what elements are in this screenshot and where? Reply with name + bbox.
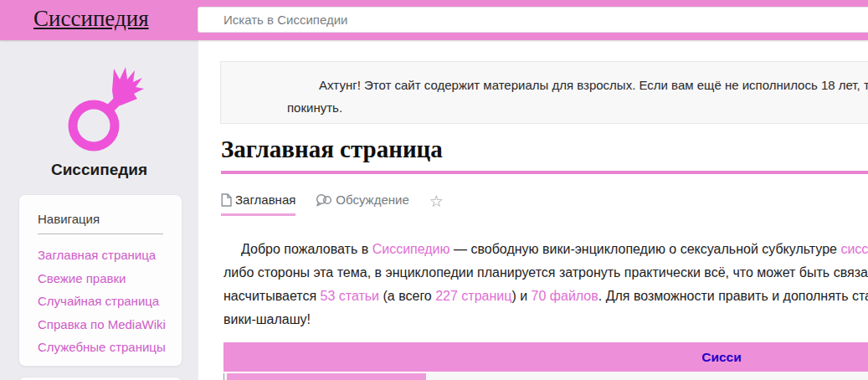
navigation-panel: Навигация Заглавная страницаСвежие правк…: [18, 194, 182, 367]
tab-main-label: Заглавная: [235, 193, 295, 207]
inline-link[interactable]: сисси: [840, 242, 868, 256]
site-logo-link[interactable]: Сиссипедия: [0, 59, 198, 193]
nav-item: Справка по MediaWiki: [38, 313, 163, 336]
inline-link[interactable]: Сиссипедию: [372, 242, 450, 256]
notice-line-2: покинуть.: [287, 96, 868, 119]
paragraph-line: Добро пожаловать в Сиссипедию — свободну…: [223, 238, 868, 261]
inline-link[interactable]: 227 страниц: [435, 289, 511, 303]
title-underline-divider: [221, 171, 868, 174]
tab-discussion-label: Обсуждение: [336, 193, 408, 207]
paragraph-line: либо стороны эта тема, в энциклопедии пл…: [223, 261, 868, 285]
adult-content-notice: Ахтунг! Этот сайт содержит материалы для…: [220, 61, 868, 124]
sidebar-link-0[interactable]: Заглавная страница: [38, 244, 163, 267]
talk-bubbles-icon: [316, 193, 332, 207]
tab-main-page[interactable]: Заглавная: [221, 193, 295, 216]
top-header-bar: Сиссипедия: [0, 0, 868, 40]
nav-item: Случайная страница: [38, 290, 163, 313]
page-tabs: Заглавная Обсуждение ☆: [221, 192, 444, 217]
paragraph-text: насчитывается: [223, 289, 321, 303]
page-icon: [221, 193, 232, 207]
search-input[interactable]: [198, 7, 868, 33]
paragraph-line: насчитывается 53 статьи (а всего 227 стр…: [223, 285, 868, 308]
logo-wordmark: Сиссипедия: [0, 161, 198, 179]
paragraph-text: . Для возможности править и дополнять ст…: [598, 289, 868, 303]
sidebar-link-2[interactable]: Случайная страница: [38, 290, 163, 313]
navigation-list: Заглавная страницаСвежие правкиСлучайная…: [38, 244, 163, 359]
nav-item: Свежие правки: [38, 267, 163, 290]
table-second-row: [223, 373, 868, 380]
sidebar-link-1[interactable]: Свежие правки: [38, 267, 163, 290]
inline-link[interactable]: 53 статьи: [321, 289, 380, 303]
table-subheader-cell: [227, 373, 426, 380]
paragraph-text: — свободную вики-энциклопедию о сексуаль…: [450, 242, 841, 256]
tab-discussion[interactable]: Обсуждение: [316, 193, 408, 216]
page: Сиссипедия Сиссипедия Навигация Заглавна…: [0, 0, 868, 380]
sissy-ring-logo-icon: [60, 65, 144, 157]
fan-shape: [112, 67, 144, 105]
page-title: Заглавная страница: [221, 136, 443, 163]
nav-item: Служебные страницы: [38, 336, 163, 359]
main-page-table: Сисси: [223, 342, 868, 380]
paragraph-text: ) и: [511, 289, 531, 303]
table-header-row: Сисси: [223, 342, 868, 372]
sidebar: Сиссипедия Навигация Заглавная страницаС…: [0, 40, 198, 380]
navigation-heading: Навигация: [38, 212, 163, 234]
table-header-link[interactable]: Сисси: [701, 350, 742, 365]
intro-paragraph: Добро пожаловать в Сиссипедию — свободну…: [223, 238, 868, 331]
content-area: Ахтунг! Этот сайт содержит материалы для…: [198, 40, 868, 380]
sidebar-link-4[interactable]: Служебные страницы: [38, 336, 163, 359]
paragraph-text: Добро пожаловать в: [241, 242, 372, 256]
paragraph-text: (а всего: [379, 289, 435, 303]
paragraph-line: вики-шалашу!: [223, 308, 868, 331]
site-title-link[interactable]: Сиссипедия: [33, 6, 149, 32]
sidebar-link-3[interactable]: Справка по MediaWiki: [38, 313, 163, 336]
paragraph-text: либо стороны эта тема, в энциклопедии пл…: [223, 265, 868, 280]
inline-link[interactable]: 70 файлов: [532, 289, 598, 303]
paragraph-text: вики-шалашу!: [223, 312, 311, 326]
watchlist-star-icon[interactable]: ☆: [429, 192, 444, 218]
notice-line-1: Ахтунг! Этот сайт содержит материалы для…: [287, 74, 868, 96]
nav-item: Заглавная страница: [38, 244, 163, 267]
sidebar-next-panel: [18, 377, 182, 380]
